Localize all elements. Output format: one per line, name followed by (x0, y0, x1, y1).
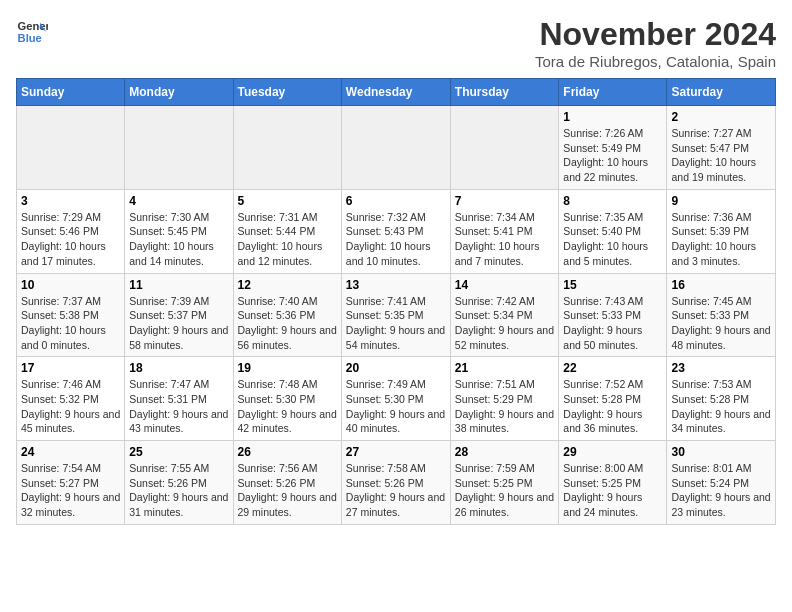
weekday-header-friday: Friday (559, 79, 667, 106)
weekday-header-monday: Monday (125, 79, 233, 106)
calendar-cell: 29Sunrise: 8:00 AM Sunset: 5:25 PM Dayli… (559, 441, 667, 525)
calendar-cell: 26Sunrise: 7:56 AM Sunset: 5:26 PM Dayli… (233, 441, 341, 525)
day-info: Sunrise: 7:36 AM Sunset: 5:39 PM Dayligh… (671, 210, 771, 269)
day-info: Sunrise: 7:34 AM Sunset: 5:41 PM Dayligh… (455, 210, 555, 269)
day-info: Sunrise: 7:59 AM Sunset: 5:25 PM Dayligh… (455, 461, 555, 520)
day-info: Sunrise: 7:52 AM Sunset: 5:28 PM Dayligh… (563, 377, 662, 436)
calendar-cell: 19Sunrise: 7:48 AM Sunset: 5:30 PM Dayli… (233, 357, 341, 441)
day-number: 25 (129, 445, 228, 459)
day-number: 24 (21, 445, 120, 459)
svg-text:General: General (18, 20, 48, 32)
day-info: Sunrise: 7:46 AM Sunset: 5:32 PM Dayligh… (21, 377, 120, 436)
day-info: Sunrise: 7:37 AM Sunset: 5:38 PM Dayligh… (21, 294, 120, 353)
calendar-cell: 7Sunrise: 7:34 AM Sunset: 5:41 PM Daylig… (450, 189, 559, 273)
calendar-cell (341, 106, 450, 190)
day-info: Sunrise: 7:41 AM Sunset: 5:35 PM Dayligh… (346, 294, 446, 353)
day-number: 19 (238, 361, 337, 375)
day-info: Sunrise: 7:29 AM Sunset: 5:46 PM Dayligh… (21, 210, 120, 269)
calendar-cell: 13Sunrise: 7:41 AM Sunset: 5:35 PM Dayli… (341, 273, 450, 357)
day-number: 11 (129, 278, 228, 292)
day-info: Sunrise: 7:39 AM Sunset: 5:37 PM Dayligh… (129, 294, 228, 353)
day-info: Sunrise: 7:26 AM Sunset: 5:49 PM Dayligh… (563, 126, 662, 185)
weekday-header-row: SundayMondayTuesdayWednesdayThursdayFrid… (17, 79, 776, 106)
day-number: 18 (129, 361, 228, 375)
calendar-cell: 9Sunrise: 7:36 AM Sunset: 5:39 PM Daylig… (667, 189, 776, 273)
day-info: Sunrise: 7:42 AM Sunset: 5:34 PM Dayligh… (455, 294, 555, 353)
day-info: Sunrise: 7:45 AM Sunset: 5:33 PM Dayligh… (671, 294, 771, 353)
calendar-cell: 12Sunrise: 7:40 AM Sunset: 5:36 PM Dayli… (233, 273, 341, 357)
calendar-cell: 6Sunrise: 7:32 AM Sunset: 5:43 PM Daylig… (341, 189, 450, 273)
day-number: 22 (563, 361, 662, 375)
logo-icon: General Blue (16, 16, 48, 48)
day-info: Sunrise: 7:31 AM Sunset: 5:44 PM Dayligh… (238, 210, 337, 269)
day-number: 7 (455, 194, 555, 208)
calendar-table: SundayMondayTuesdayWednesdayThursdayFrid… (16, 78, 776, 525)
svg-text:Blue: Blue (18, 32, 42, 44)
title-area: November 2024 Tora de Riubregos, Catalon… (535, 16, 776, 70)
day-info: Sunrise: 7:58 AM Sunset: 5:26 PM Dayligh… (346, 461, 446, 520)
calendar-cell (17, 106, 125, 190)
calendar-cell (125, 106, 233, 190)
day-number: 30 (671, 445, 771, 459)
day-info: Sunrise: 7:35 AM Sunset: 5:40 PM Dayligh… (563, 210, 662, 269)
calendar-week-row: 3Sunrise: 7:29 AM Sunset: 5:46 PM Daylig… (17, 189, 776, 273)
logo: General Blue (16, 16, 48, 48)
weekday-header-tuesday: Tuesday (233, 79, 341, 106)
day-number: 28 (455, 445, 555, 459)
day-number: 20 (346, 361, 446, 375)
day-info: Sunrise: 7:32 AM Sunset: 5:43 PM Dayligh… (346, 210, 446, 269)
day-number: 9 (671, 194, 771, 208)
calendar-cell: 28Sunrise: 7:59 AM Sunset: 5:25 PM Dayli… (450, 441, 559, 525)
calendar-cell: 2Sunrise: 7:27 AM Sunset: 5:47 PM Daylig… (667, 106, 776, 190)
day-info: Sunrise: 8:01 AM Sunset: 5:24 PM Dayligh… (671, 461, 771, 520)
calendar-cell: 4Sunrise: 7:30 AM Sunset: 5:45 PM Daylig… (125, 189, 233, 273)
day-number: 6 (346, 194, 446, 208)
calendar-cell: 25Sunrise: 7:55 AM Sunset: 5:26 PM Dayli… (125, 441, 233, 525)
day-number: 14 (455, 278, 555, 292)
day-number: 29 (563, 445, 662, 459)
day-info: Sunrise: 7:55 AM Sunset: 5:26 PM Dayligh… (129, 461, 228, 520)
month-title: November 2024 (535, 16, 776, 53)
day-info: Sunrise: 7:48 AM Sunset: 5:30 PM Dayligh… (238, 377, 337, 436)
calendar-week-row: 1Sunrise: 7:26 AM Sunset: 5:49 PM Daylig… (17, 106, 776, 190)
day-number: 10 (21, 278, 120, 292)
calendar-week-row: 10Sunrise: 7:37 AM Sunset: 5:38 PM Dayli… (17, 273, 776, 357)
day-number: 1 (563, 110, 662, 124)
weekday-header-thursday: Thursday (450, 79, 559, 106)
day-info: Sunrise: 7:40 AM Sunset: 5:36 PM Dayligh… (238, 294, 337, 353)
calendar-cell: 10Sunrise: 7:37 AM Sunset: 5:38 PM Dayli… (17, 273, 125, 357)
calendar-cell: 30Sunrise: 8:01 AM Sunset: 5:24 PM Dayli… (667, 441, 776, 525)
calendar-cell: 1Sunrise: 7:26 AM Sunset: 5:49 PM Daylig… (559, 106, 667, 190)
day-info: Sunrise: 7:27 AM Sunset: 5:47 PM Dayligh… (671, 126, 771, 185)
day-info: Sunrise: 7:30 AM Sunset: 5:45 PM Dayligh… (129, 210, 228, 269)
day-number: 12 (238, 278, 337, 292)
calendar-cell (450, 106, 559, 190)
day-number: 17 (21, 361, 120, 375)
calendar-cell: 17Sunrise: 7:46 AM Sunset: 5:32 PM Dayli… (17, 357, 125, 441)
day-number: 27 (346, 445, 446, 459)
calendar-cell: 22Sunrise: 7:52 AM Sunset: 5:28 PM Dayli… (559, 357, 667, 441)
weekday-header-sunday: Sunday (17, 79, 125, 106)
calendar-cell: 14Sunrise: 7:42 AM Sunset: 5:34 PM Dayli… (450, 273, 559, 357)
calendar-cell: 5Sunrise: 7:31 AM Sunset: 5:44 PM Daylig… (233, 189, 341, 273)
day-info: Sunrise: 7:49 AM Sunset: 5:30 PM Dayligh… (346, 377, 446, 436)
day-number: 5 (238, 194, 337, 208)
calendar-cell: 8Sunrise: 7:35 AM Sunset: 5:40 PM Daylig… (559, 189, 667, 273)
calendar-cell: 27Sunrise: 7:58 AM Sunset: 5:26 PM Dayli… (341, 441, 450, 525)
weekday-header-saturday: Saturday (667, 79, 776, 106)
calendar-cell (233, 106, 341, 190)
day-info: Sunrise: 7:51 AM Sunset: 5:29 PM Dayligh… (455, 377, 555, 436)
day-info: Sunrise: 8:00 AM Sunset: 5:25 PM Dayligh… (563, 461, 662, 520)
calendar-cell: 20Sunrise: 7:49 AM Sunset: 5:30 PM Dayli… (341, 357, 450, 441)
day-number: 15 (563, 278, 662, 292)
page-header: General Blue November 2024 Tora de Riubr… (16, 16, 776, 70)
calendar-cell: 21Sunrise: 7:51 AM Sunset: 5:29 PM Dayli… (450, 357, 559, 441)
calendar-cell: 24Sunrise: 7:54 AM Sunset: 5:27 PM Dayli… (17, 441, 125, 525)
day-info: Sunrise: 7:54 AM Sunset: 5:27 PM Dayligh… (21, 461, 120, 520)
day-number: 23 (671, 361, 771, 375)
calendar-cell: 18Sunrise: 7:47 AM Sunset: 5:31 PM Dayli… (125, 357, 233, 441)
calendar-week-row: 17Sunrise: 7:46 AM Sunset: 5:32 PM Dayli… (17, 357, 776, 441)
day-number: 4 (129, 194, 228, 208)
day-number: 3 (21, 194, 120, 208)
day-info: Sunrise: 7:56 AM Sunset: 5:26 PM Dayligh… (238, 461, 337, 520)
